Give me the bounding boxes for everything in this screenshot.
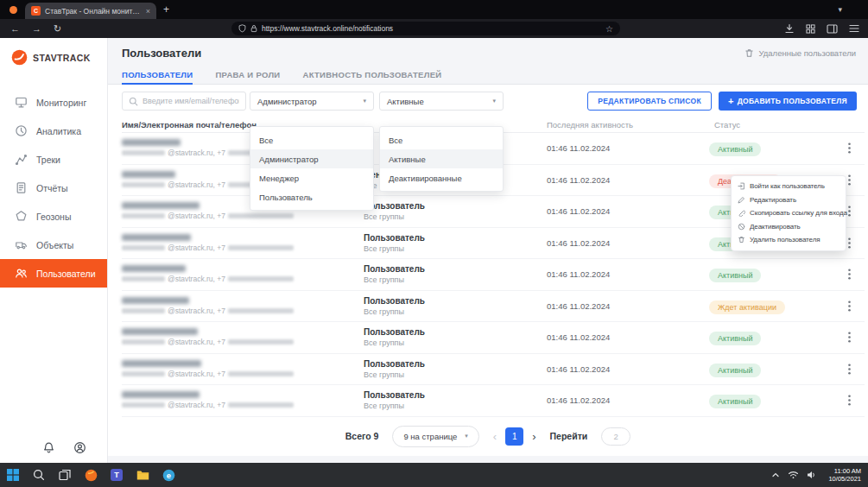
context-menu-item[interactable]: Удалить пользователя xyxy=(732,233,846,247)
add-user-button[interactable]: + ДОБАВИТЬ ПОЛЬЗОВАТЕЛЯ xyxy=(719,92,857,111)
new-tab-button[interactable]: + xyxy=(163,3,169,16)
extensions-icon[interactable] xyxy=(806,24,815,34)
back-icon[interactable]: ← xyxy=(10,23,20,34)
sidebar-item-tracks[interactable]: Треки xyxy=(0,145,107,174)
status-filter-dropdown: ВсеАктивныеДеактивированные xyxy=(379,126,504,192)
role-filter-option[interactable]: Пользователь xyxy=(250,187,373,206)
current-page[interactable]: 1 xyxy=(505,427,523,446)
goto-label: Перейти xyxy=(550,431,588,441)
notifications-bell-icon[interactable] xyxy=(42,441,55,454)
redacted-name xyxy=(122,360,201,367)
tab-rights[interactable]: ПРАВА И РОЛИ xyxy=(215,70,280,85)
sidebar-item-geozones[interactable]: Геозоны xyxy=(0,202,107,231)
column-header-activity: Последняя активность xyxy=(519,120,675,130)
teams-icon[interactable]: T xyxy=(104,463,130,487)
tab-list-chevron-icon[interactable]: ▾ xyxy=(838,5,842,14)
user-contact: @stavtrack.ru, +7 xyxy=(122,244,364,252)
edit-list-button[interactable]: РЕДАКТИРОВАТЬ СПИСОК xyxy=(587,92,712,111)
sidebar-item-label: Пользователи xyxy=(36,269,96,279)
role-filter-option[interactable]: Администратор xyxy=(250,149,373,168)
user-role: Пользователь xyxy=(364,264,519,274)
login-icon xyxy=(738,182,745,190)
page-title: Пользователи xyxy=(122,47,201,60)
user-role: Пользователь xyxy=(364,390,519,400)
prev-page-button[interactable]: ‹ xyxy=(493,430,497,443)
user-search xyxy=(122,92,246,111)
last-activity: 01:46 11.02.2024 xyxy=(519,175,675,185)
redacted-phone xyxy=(228,402,294,408)
plus-icon: + xyxy=(728,96,734,106)
status-badge: Активный xyxy=(709,364,761,377)
per-page-select[interactable]: 9 на странице ▾ xyxy=(392,426,478,447)
taskbar-clock[interactable]: 11:00 AM 10/05/2021 xyxy=(828,467,861,484)
redacted-email-user xyxy=(122,308,165,313)
tab-activity[interactable]: АКТИВНОСТЬ ПОЛЬЗОВАТЕЛЕЙ xyxy=(302,70,441,85)
bookmark-star-icon[interactable]: ☆ xyxy=(605,24,613,34)
role-filter-value: Администратор xyxy=(257,97,317,106)
row-actions-button[interactable] xyxy=(833,395,865,406)
lock-icon xyxy=(250,24,257,33)
site-favicon: С xyxy=(31,6,41,16)
taskbar-search-button[interactable] xyxy=(26,463,52,487)
reload-icon[interactable]: ↻ xyxy=(54,23,61,35)
context-menu-item[interactable]: Деактивировать xyxy=(732,220,846,234)
tray-chevron-up-icon[interactable] xyxy=(771,471,780,478)
role-filter-option[interactable]: Менеджер xyxy=(250,168,373,187)
status-filter-option[interactable]: Деактивированные xyxy=(380,168,503,187)
sidebar-item-users[interactable]: Пользователи xyxy=(0,259,107,288)
table-row: @stavtrack.ru, +7 ПользовательВсе группы… xyxy=(122,259,865,291)
monitor-icon xyxy=(15,96,28,109)
sidebar-item-monitoring[interactable]: Мониторинг xyxy=(0,88,107,117)
context-menu-item[interactable]: Скопировать ссылку для входа xyxy=(732,206,846,220)
sidebar-item-analytics[interactable]: Аналитика xyxy=(0,117,107,145)
account-icon[interactable] xyxy=(73,441,86,454)
tab-users[interactable]: ПОЛЬЗОВАТЕЛИ xyxy=(122,70,193,85)
context-menu-item[interactable]: Редактировать xyxy=(732,193,846,207)
network-icon[interactable] xyxy=(788,471,799,479)
file-explorer-icon[interactable] xyxy=(130,463,155,487)
sidebar-item-reports[interactable]: Отчёты xyxy=(0,174,107,202)
role-filter-select[interactable]: Администратор ▾ xyxy=(250,92,374,111)
edge-icon[interactable]: e xyxy=(155,463,181,487)
firefox-icon[interactable] xyxy=(78,463,104,487)
search-input[interactable] xyxy=(143,97,239,105)
task-view-button[interactable] xyxy=(52,463,78,487)
deleted-users-link[interactable]: Удаленные пользователи xyxy=(744,48,856,58)
last-activity: 01:46 11.02.2024 xyxy=(519,143,675,153)
sidebar-item-objects[interactable]: Объекты xyxy=(0,231,107,259)
context-menu-item[interactable]: Войти как пользователь xyxy=(732,180,846,193)
window-control-dot[interactable] xyxy=(10,6,17,14)
redacted-email-user xyxy=(122,245,165,250)
download-icon[interactable] xyxy=(784,23,795,34)
row-actions-button[interactable] xyxy=(833,300,865,312)
shield-icon xyxy=(238,24,246,33)
goto-page-input[interactable] xyxy=(601,427,630,446)
sidebar-toggle-icon[interactable] xyxy=(827,24,838,34)
next-page-button[interactable]: › xyxy=(532,430,535,443)
redacted-name xyxy=(122,297,189,304)
row-actions-button[interactable] xyxy=(833,269,865,280)
redacted-phone xyxy=(228,371,294,376)
browser-tab[interactable]: С СтавТрак - Онлайн монитор... × xyxy=(25,3,156,19)
pager: ‹ 1 › xyxy=(493,427,536,446)
stavtrack-logo-icon xyxy=(11,49,28,66)
chevron-down-icon: ▾ xyxy=(363,98,366,104)
row-actions-button[interactable] xyxy=(833,332,865,343)
user-role: Пользователь xyxy=(364,296,519,306)
taskbar-apps: Te xyxy=(0,463,181,487)
status-filter-option[interactable]: Все xyxy=(380,130,503,149)
trash-icon xyxy=(744,48,754,58)
row-actions-button[interactable] xyxy=(833,142,865,154)
tab-close-icon[interactable]: × xyxy=(146,7,150,16)
menu-icon[interactable] xyxy=(849,24,859,33)
row-actions-button[interactable] xyxy=(833,364,865,375)
redacted-name xyxy=(122,234,191,241)
role-filter-option[interactable]: Все xyxy=(250,130,373,149)
volume-icon[interactable] xyxy=(807,471,817,479)
delete-icon xyxy=(738,236,745,244)
start-button[interactable] xyxy=(0,463,26,487)
address-bar[interactable]: https://www.stavtrack.online/notificatio… xyxy=(231,22,620,35)
status-filter-option[interactable]: Активные xyxy=(380,149,503,168)
forward-icon[interactable]: → xyxy=(32,23,41,34)
status-filter-select[interactable]: Активные ▾ xyxy=(379,92,504,111)
